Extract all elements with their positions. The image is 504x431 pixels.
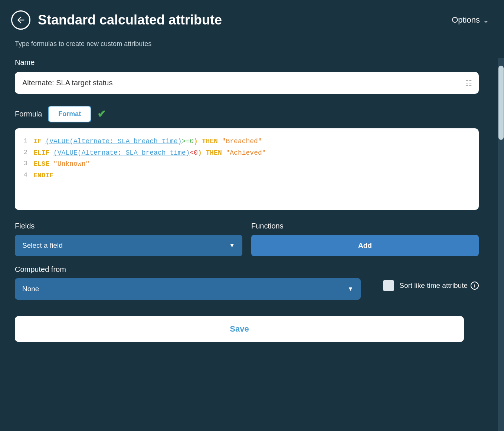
content-area: Name ☷ Formula Format ✔ 1 (0, 58, 504, 431)
back-button[interactable] (11, 10, 30, 30)
fields-select-value: Select a field (22, 241, 63, 250)
formula-label: Formula (15, 110, 42, 118)
kw-else: ELSE (33, 160, 53, 168)
header-left: Standard calculated attribute (11, 10, 222, 30)
code-editor[interactable]: 1 IF (VALUE(Alternate: SLA breach time)>… (15, 128, 479, 210)
line-number-2: 2 (19, 147, 33, 158)
sort-checkbox[interactable] (383, 280, 394, 291)
code-line-1: 1 IF (VALUE(Alternate: SLA breach time)>… (19, 136, 471, 147)
scrollbar-thumb[interactable] (498, 66, 504, 140)
save-button[interactable]: Save (15, 316, 464, 342)
functions-col: Functions Add (251, 222, 479, 256)
code-content-3: ELSE "Unknown" (33, 158, 471, 170)
str-achieved: "Achieved" (226, 149, 266, 157)
kw-then-1: ) THEN (194, 138, 222, 145)
line-number-3: 3 (19, 158, 33, 169)
format-button[interactable]: Format (48, 106, 91, 122)
formula-row: Formula Format ✔ (15, 106, 479, 122)
str-breached: "Breached" (222, 138, 262, 145)
header: Standard calculated attribute Options ⌄ (0, 0, 504, 37)
chevron-down-icon: ⌄ (483, 16, 489, 24)
fields-select[interactable]: Select a field ▼ (15, 235, 242, 256)
functions-label: Functions (251, 222, 479, 230)
checkmark-icon: ✔ (97, 108, 106, 120)
computed-col: Computed from None ▼ (15, 265, 361, 300)
op-lt: <0 (190, 149, 198, 157)
page-title: Standard calculated attribute (38, 12, 222, 28)
code-content-1: IF (VALUE(Alternate: SLA breach time)>=0… (33, 136, 471, 147)
sort-info-icon[interactable]: i (471, 282, 479, 290)
options-button[interactable]: Options ⌄ (452, 15, 489, 25)
code-line-3: 3 ELSE "Unknown" (19, 158, 471, 170)
formula-section: Formula Format ✔ 1 IF (VALUE(Alternate: … (15, 106, 479, 222)
fields-functions-row: Fields Select a field ▼ Functions Add (15, 222, 479, 256)
kw-value-2: (VALUE(Alternate: SLA breach time) (53, 149, 190, 157)
fields-chevron-icon: ▼ (229, 242, 235, 249)
fields-col: Fields Select a field ▼ (15, 222, 242, 256)
sort-col: Sort like time attribute i (383, 265, 479, 291)
kw-then-2: ) THEN (198, 149, 226, 157)
save-section: Save (15, 316, 479, 357)
computed-select-value: None (22, 285, 39, 293)
kw-value-1: (VALUE(Alternate: SLA breach time) (45, 138, 181, 145)
kw-if: IF (33, 138, 45, 145)
code-line-4: 4 ENDIF (19, 170, 471, 181)
computed-chevron-icon: ▼ (347, 286, 353, 292)
name-input-wrapper: ☷ (15, 72, 479, 94)
add-function-button[interactable]: Add (251, 235, 479, 256)
name-label: Name (15, 58, 479, 67)
name-input-icon: ☷ (465, 79, 472, 88)
kw-endif: ENDIF (33, 172, 53, 179)
op-gte: >=0 (182, 138, 194, 145)
name-section: Name ☷ (15, 58, 479, 106)
code-content-2: ELIF (VALUE(Alternate: SLA breach time)<… (33, 147, 471, 159)
line-number-4: 4 (19, 170, 33, 181)
code-line-2: 2 ELIF (VALUE(Alternate: SLA breach time… (19, 147, 471, 159)
back-arrow-icon (16, 15, 26, 25)
fields-label: Fields (15, 222, 242, 230)
name-input[interactable] (15, 72, 479, 94)
subtitle: Type formulas to create new custom attri… (0, 37, 504, 58)
code-content-4: ENDIF (33, 170, 471, 181)
options-label: Options (452, 15, 480, 25)
kw-elif: ELIF (33, 149, 53, 157)
computed-select[interactable]: None ▼ (15, 278, 361, 300)
str-unknown: "Unknown" (53, 160, 89, 168)
scrollbar-track[interactable] (497, 58, 504, 431)
main-content: Name ☷ Formula Format ✔ 1 (15, 58, 497, 431)
sort-label: Sort like time attribute i (399, 282, 479, 290)
computed-label: Computed from (15, 265, 361, 274)
line-number-1: 1 (19, 136, 33, 147)
page-wrapper: Standard calculated attribute Options ⌄ … (0, 0, 504, 431)
computed-row: Computed from None ▼ Sort like time attr… (15, 265, 479, 300)
